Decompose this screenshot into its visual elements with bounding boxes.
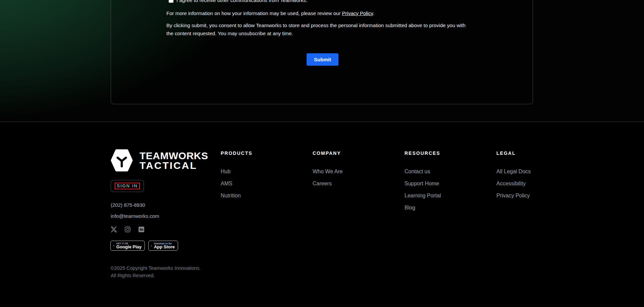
- linkedin-icon[interactable]: [138, 226, 145, 233]
- google-play-icon: [113, 243, 114, 249]
- footer-link-who-we-are[interactable]: Who We Are: [313, 168, 386, 175]
- submit-button[interactable]: Submit: [307, 53, 338, 66]
- page: I agree to receive other communications …: [0, 0, 644, 307]
- footer-column-title: COMPANY: [313, 151, 386, 156]
- footer-link-blog[interactable]: Blog: [405, 204, 478, 211]
- social-icons: [111, 226, 145, 233]
- footer: TEAMWORKS TACTICAL SIGN IN (202) 875-893…: [0, 122, 644, 307]
- footer-link-all-legal-docs[interactable]: All Legal Docs: [496, 168, 570, 175]
- app-badges: GET IT ON Google Play Download on the Ap…: [110, 241, 178, 251]
- brand-line1: TEAMWORKS: [140, 151, 208, 161]
- apple-icon: [151, 243, 152, 249]
- privacy-note-prefix: For more information on how your informa…: [166, 10, 342, 16]
- app-store-text: Download on the App Store: [154, 242, 175, 249]
- communications-consent-row: I agree to receive other communications …: [169, 0, 310, 3]
- email-link[interactable]: info@teamworks.com: [111, 213, 159, 219]
- instagram-icon[interactable]: [124, 226, 131, 233]
- footer-link-ams[interactable]: AMS: [221, 180, 294, 187]
- copyright-line2: All Rights Reserved.: [111, 272, 201, 279]
- footer-column-resources: RESOURCES Contact us Support Home Learni…: [405, 151, 478, 217]
- footer-link-careers[interactable]: Careers: [313, 180, 386, 187]
- x-logo-icon[interactable]: [111, 226, 117, 233]
- footer-column-legal: LEGAL All Legal Docs Accessibility Priva…: [496, 151, 570, 204]
- sign-in-button[interactable]: SIGN IN: [111, 180, 144, 192]
- footer-link-support-home[interactable]: Support Home: [405, 180, 478, 187]
- footer-column-title: RESOURCES: [405, 151, 478, 156]
- brand-wordmark: TEAMWORKS TACTICAL: [140, 151, 208, 170]
- footer-column-company: COMPANY Who We Are Careers: [313, 151, 386, 192]
- footer-column-title: LEGAL: [496, 151, 570, 156]
- copyright-line1: ©2025 Copyright Teamworks Innovations.: [111, 264, 201, 272]
- footer-column-products: PRODUCTS Hub AMS Nutrition: [221, 151, 294, 204]
- teamworks-hexagon-logo[interactable]: [111, 149, 133, 172]
- footer-column-title: PRODUCTS: [221, 151, 294, 156]
- communications-consent-checkbox[interactable]: [169, 0, 173, 3]
- footer-link-contact-us[interactable]: Contact us: [405, 168, 478, 175]
- privacy-policy-link[interactable]: Privacy Policy: [342, 10, 373, 16]
- hero-section: I agree to receive other communications …: [0, 0, 644, 122]
- google-play-text: GET IT ON Google Play: [116, 242, 142, 249]
- sign-in-label: SIGN IN: [115, 183, 140, 189]
- phone-link[interactable]: (202) 875-8930: [111, 202, 145, 208]
- brand-line2: TACTICAL: [140, 161, 208, 170]
- privacy-note-suffix: .: [373, 10, 374, 16]
- footer-link-accessibility[interactable]: Accessibility: [496, 180, 570, 187]
- required-asterisk: *: [308, 0, 310, 2]
- privacy-note: For more information on how your informa…: [166, 9, 374, 17]
- footer-link-nutrition[interactable]: Nutrition: [221, 192, 294, 199]
- consent-text: By clicking submit, you consent to allow…: [166, 21, 470, 38]
- footer-link-privacy-policy[interactable]: Privacy Policy: [496, 192, 570, 199]
- communications-consent-label: I agree to receive other communications …: [176, 0, 307, 3]
- google-play-badge[interactable]: GET IT ON Google Play: [110, 241, 145, 251]
- app-store-badge[interactable]: Download on the App Store: [148, 241, 178, 251]
- footer-link-hub[interactable]: Hub: [221, 168, 294, 175]
- google-play-store-label: Google Play: [116, 245, 142, 249]
- copyright: ©2025 Copyright Teamworks Innovations. A…: [111, 264, 201, 279]
- footer-link-learning-portal[interactable]: Learning Portal: [405, 192, 478, 199]
- app-store-store-label: App Store: [154, 245, 175, 249]
- contact-form-card: I agree to receive other communications …: [111, 0, 533, 104]
